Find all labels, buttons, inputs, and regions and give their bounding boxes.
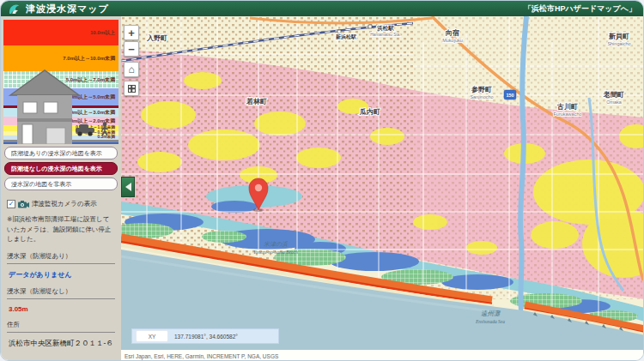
hide-depth-map-button[interactable]: 浸水深の地図を非表示 (4, 177, 118, 190)
svg-text:若林町: 若林町 (246, 98, 267, 105)
basemap-grid-icon (128, 85, 136, 93)
page-title: 津波浸水深マップ (26, 3, 109, 15)
legend-band: 10.0m以上 (3, 20, 118, 45)
svg-text:向宿: 向宿 (446, 28, 459, 37)
svg-text:Yonezu-no-hama Beach: Yonezu-no-hama Beach (253, 250, 298, 255)
svg-text:米津の浜: 米津の浜 (264, 241, 289, 248)
show-without-seawall-button[interactable]: 防潮堤なしの浸水深の地図を表示 (4, 162, 118, 175)
svg-text:150: 150 (506, 93, 513, 98)
svg-text:Furukawacho: Furukawacho (553, 111, 581, 117)
car-pedestrian-icons (76, 122, 115, 137)
svg-text:新貝町: 新貝町 (608, 32, 629, 40)
sidebar: 10.0m以上 7.0m以上～10.0m未満 5.0m以上～7.0m未満 3.0… (1, 16, 121, 361)
map-attribution: Esri Japan, Esri, HERE, Garmin, INCREMEN… (121, 350, 643, 361)
svg-text:Mukojuku: Mukojuku (442, 38, 463, 43)
home-extent-button[interactable]: ⌂ (124, 62, 139, 77)
svg-text:入野町: 入野町 (146, 34, 167, 42)
camera-checkbox[interactable]: ✓ (7, 200, 15, 208)
map-canvas[interactable]: 150 入野町 若林町 瓜内町 向宿 参野町 古川町 新貝町 老間町 浜松駅 新… (121, 16, 643, 350)
tsunami-wave-icon (8, 3, 21, 15)
depth-legend: 10.0m以上 7.0m以上～10.0m未満 5.0m以上～7.0m未満 3.0… (3, 20, 118, 144)
camera-toggle-row: ✓ 津波監視カメラの表示 (7, 200, 115, 208)
zoom-out-button[interactable]: − (124, 41, 139, 57)
svg-text:遠州灘: 遠州灘 (481, 310, 501, 317)
svg-text:Shingaicho: Shingaicho (607, 41, 630, 46)
camera-toggle-label: 津波監視カメラの表示 (32, 200, 97, 208)
svg-text:浜松駅: 浜松駅 (376, 25, 394, 32)
hp-hazard-map-link[interactable]: 「浜松市HPハザードマップへ」 (524, 3, 636, 15)
camera-icon (18, 201, 29, 208)
depth-with-seawall-section: 浸水深（防潮堤あり） データがありません (7, 252, 115, 280)
svg-text:古川町: 古川町 (556, 103, 578, 111)
svg-text:新浜松駅: 新浜松駅 (335, 33, 357, 40)
svg-text:Hamamatsu Sta.: Hamamatsu Sta. (370, 33, 401, 37)
svg-text:Omaka: Omaka (606, 99, 623, 105)
coordinate-value: 137.719081°, 34.660582° (174, 334, 238, 340)
route-150-shield: 150 (504, 90, 516, 99)
show-with-seawall-button[interactable]: 防潮堤ありの浸水深の地図を表示 (4, 147, 118, 159)
coordinate-bar: XY 137.719081°, 34.660582° (131, 328, 279, 344)
svg-text:Enshunada Sea: Enshunada Sea (475, 319, 505, 324)
xy-mode-button[interactable]: XY (136, 330, 168, 342)
address-section: 住所 浜松市中央区新橋町２０１１-６ (7, 321, 115, 349)
zoom-in-button[interactable]: + (124, 25, 139, 40)
chevron-left-icon (125, 183, 131, 191)
depth-without-seawall-section: 浸水深（防潮堤なし） 3.05m (7, 287, 115, 313)
svg-text:老間町: 老間町 (603, 91, 624, 99)
app-window: 津波浸水深マップ 「浜松市HPハザードマップへ」 10.0m以上 7.0m以上～… (0, 0, 644, 361)
camera-note: ※旧浜松市南部清掃工場に設置していたカメラは、施設閉鎖に伴い停止しました。 (7, 214, 115, 244)
svg-text:Sanjinocho: Sanjinocho (470, 94, 493, 99)
svg-text:参野町: 参野町 (471, 86, 492, 93)
depth-value: 3.05m (9, 305, 115, 313)
app-header: 津波浸水深マップ 「浜松市HPハザードマップへ」 (1, 1, 643, 16)
map-area: 150 入野町 若林町 瓜内町 向宿 参野町 古川町 新貝町 老間町 浜松駅 新… (121, 16, 643, 361)
address-value: 浜松市中央区新橋町２０１１-６ (9, 339, 115, 349)
svg-text:瓜内町: 瓜内町 (359, 108, 380, 116)
sidebar-collapse-button[interactable] (121, 177, 135, 197)
basemap-gallery-button[interactable] (124, 81, 139, 96)
no-data-status: データがありません (9, 270, 115, 280)
